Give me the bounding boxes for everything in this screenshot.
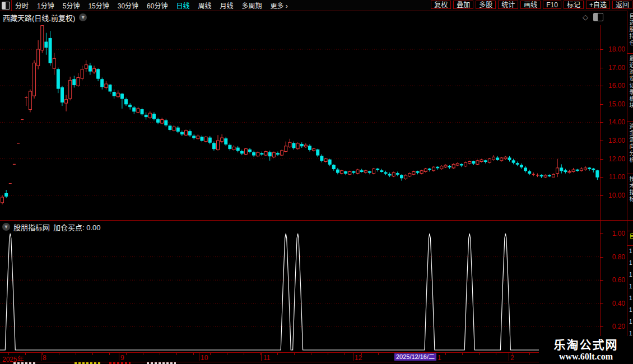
period-tab-2[interactable]: 5分钟 bbox=[63, 1, 80, 10]
watchlist-tab[interactable]: 自 bbox=[629, 233, 633, 240]
sub-axis-label: 0.40 bbox=[603, 300, 625, 307]
period-tab-4[interactable]: 30分钟 bbox=[118, 1, 138, 10]
main-axis-label: 14.00 bbox=[603, 118, 625, 126]
sidebar-tab-3[interactable]: 技术指标 bbox=[629, 176, 633, 220]
signal-chart[interactable] bbox=[0, 232, 600, 352]
month-separator bbox=[353, 353, 353, 361]
date-label-3: 10 bbox=[201, 354, 208, 362]
chevron-down-icon[interactable]: ▼ bbox=[2, 223, 10, 231]
period-tab-6[interactable]: 日线 bbox=[176, 1, 189, 10]
main-axis-tick bbox=[600, 68, 603, 68]
sidebar-tab-1[interactable]: 最近浏览记录板块 bbox=[629, 55, 633, 122]
watchlist-row-number: 1 bbox=[629, 307, 632, 313]
indicator-name: 股朋指标网 bbox=[13, 222, 50, 232]
week-tick bbox=[277, 353, 278, 355]
period-tab-0[interactable]: 分时 bbox=[15, 1, 29, 10]
sub-axis-label: 0.20 bbox=[603, 323, 625, 330]
period-tab-5[interactable]: 60分钟 bbox=[147, 1, 167, 10]
date-label-6: 1 bbox=[437, 354, 441, 362]
action-button-4[interactable]: 画线 bbox=[520, 1, 541, 9]
chart-title-row: 西藏天路(日线.前复权) ▼ bbox=[3, 12, 87, 22]
panel-separator bbox=[0, 220, 627, 221]
sidebar-divider bbox=[627, 220, 633, 221]
sub-axis-tick bbox=[600, 326, 603, 327]
week-tick bbox=[378, 353, 379, 355]
week-tick bbox=[193, 353, 194, 355]
watchlist-row-number: 1 bbox=[629, 260, 632, 266]
stock-app-window: 分时1分钟5分钟15分钟30分钟60分钟日线周线月线多周期更多 › 复权叠加多股… bbox=[0, 0, 633, 364]
sidebar-divider bbox=[627, 245, 633, 246]
main-axis-tick bbox=[600, 86, 603, 86]
main-axis-label: 12.00 bbox=[603, 155, 625, 163]
week-tick bbox=[92, 353, 93, 355]
week-tick bbox=[227, 353, 227, 355]
period-tab-10[interactable]: 更多 › bbox=[271, 1, 288, 10]
date-label-4: 11 bbox=[263, 354, 270, 362]
sidebar-divider bbox=[627, 53, 633, 54]
main-axis-label: 17.00 bbox=[603, 64, 625, 72]
week-tick bbox=[479, 353, 480, 355]
diamond-icon[interactable]: ◇ bbox=[583, 13, 588, 21]
main-axis-tick bbox=[600, 195, 603, 196]
watchlist-row-number: 1 bbox=[629, 319, 632, 325]
sub-axis-label: 1.00 bbox=[603, 230, 625, 237]
main-axis-tick bbox=[600, 122, 603, 123]
date-label-5: 12 bbox=[355, 354, 362, 362]
period-toolbar: 分时1分钟5分钟15分钟30分钟60分钟日线周线月线多周期更多 › 复权叠加多股… bbox=[0, 0, 633, 11]
period-tab-3[interactable]: 15分钟 bbox=[88, 1, 109, 10]
date-axis: 2025年89101112122025/12/16/二 bbox=[0, 352, 627, 362]
action-buttons: 复权叠加多股统计画线F10标记+自选返回 bbox=[431, 1, 632, 10]
week-tick bbox=[345, 353, 345, 355]
sidebar-tab-0[interactable]: 自选股持仓 bbox=[629, 13, 633, 54]
week-tick bbox=[462, 353, 463, 355]
action-button-5[interactable]: F10 bbox=[543, 1, 561, 9]
week-tick bbox=[126, 353, 127, 355]
sub-axis-label: 0.80 bbox=[603, 253, 625, 261]
action-button-1[interactable]: 叠加 bbox=[453, 1, 473, 9]
action-button-8[interactable]: 返回 bbox=[612, 1, 632, 9]
sub-axis-tick bbox=[600, 304, 603, 304]
clipped-sidebar: 自选股持仓最近浏览记录板块资金流向分析技术指标自111111111 bbox=[627, 11, 633, 364]
week-tick bbox=[109, 353, 110, 355]
indicator-header: ▼ 股朋指标网 加仓买点: 0.00 bbox=[2, 222, 101, 231]
action-button-3[interactable]: 统计 bbox=[498, 1, 518, 9]
sub-axis-tick bbox=[600, 234, 603, 234]
selected-date-badge[interactable]: 2025/12/16/二 bbox=[394, 353, 436, 361]
sub-axis-tick bbox=[600, 280, 603, 281]
week-tick bbox=[176, 353, 177, 355]
main-axis-label: 18.00 bbox=[603, 45, 625, 53]
watermark: 乐淘公式网 www.60lt.com bbox=[539, 336, 633, 364]
split-pane-icon[interactable] bbox=[593, 13, 603, 21]
layout-toggle-icon[interactable] bbox=[2, 2, 10, 10]
indicator-value: 加仓买点: 0.00 bbox=[53, 222, 101, 232]
month-separator bbox=[509, 353, 509, 361]
action-button-2[interactable]: 多股 bbox=[476, 1, 496, 9]
action-button-6[interactable]: 标记 bbox=[564, 1, 584, 9]
main-axis-label: 15.00 bbox=[603, 100, 625, 108]
period-tab-9[interactable]: 多周期 bbox=[242, 1, 262, 10]
week-tick bbox=[496, 353, 496, 355]
date-label-1: 8 bbox=[43, 354, 46, 362]
main-axis-tick bbox=[600, 104, 603, 105]
candlestick-chart[interactable] bbox=[0, 25, 600, 220]
action-button-0[interactable]: 复权 bbox=[431, 1, 451, 9]
period-tab-7[interactable]: 周线 bbox=[198, 1, 211, 10]
main-axis-label: 10.00 bbox=[603, 192, 625, 199]
watchlist-row-number: 1 bbox=[629, 248, 632, 254]
date-label-7: 2 bbox=[510, 354, 514, 362]
action-button-7[interactable]: +自选 bbox=[586, 1, 610, 9]
period-tab-1[interactable]: 1分钟 bbox=[37, 1, 54, 10]
week-tick bbox=[311, 353, 311, 355]
month-separator bbox=[261, 353, 262, 361]
period-tab-8[interactable]: 月线 bbox=[220, 1, 234, 10]
main-axis-tick bbox=[600, 141, 603, 141]
sidebar-tab-2[interactable]: 资金流向分析 bbox=[629, 123, 633, 174]
watchlist-row-number: 1 bbox=[629, 272, 632, 278]
week-tick bbox=[210, 353, 211, 355]
week-tick bbox=[529, 353, 530, 355]
month-separator bbox=[199, 353, 199, 361]
chevron-down-icon[interactable]: ▼ bbox=[79, 13, 87, 21]
main-axis-label: 11.00 bbox=[603, 173, 625, 181]
chart-corner-tools: ◇ bbox=[583, 13, 603, 21]
main-axis-label: 16.00 bbox=[603, 82, 625, 90]
